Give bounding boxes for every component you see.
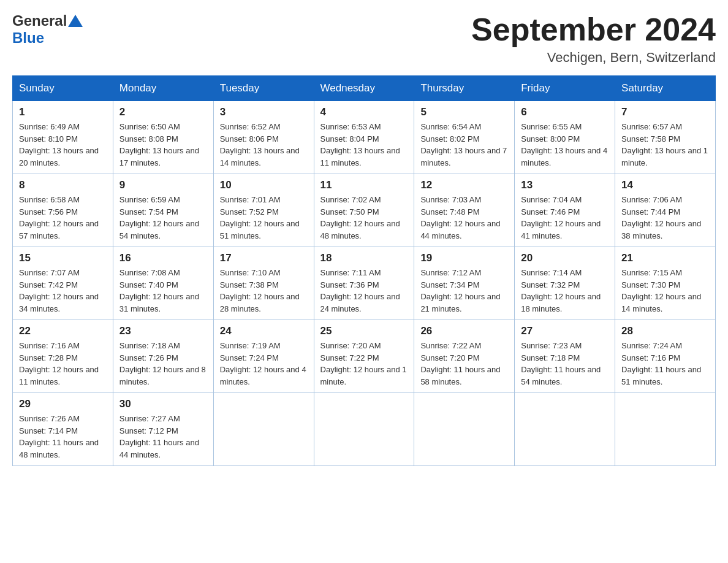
day-info: Sunrise: 7:22 AMSunset: 7:20 PMDaylight:… (420, 341, 500, 386)
day-info: Sunrise: 7:10 AMSunset: 7:38 PMDaylight:… (220, 268, 300, 313)
week-row-5: 29 Sunrise: 7:26 AMSunset: 7:14 PMDaylig… (13, 393, 716, 466)
day-cell: 4 Sunrise: 6:53 AMSunset: 8:04 PMDayligh… (314, 101, 414, 174)
day-cell: 20 Sunrise: 7:14 AMSunset: 7:32 PMDaylig… (515, 247, 615, 320)
day-number: 26 (420, 325, 508, 337)
day-number: 25 (320, 325, 408, 337)
day-info: Sunrise: 7:03 AMSunset: 7:48 PMDaylight:… (420, 195, 500, 240)
day-number: 6 (521, 106, 609, 118)
day-info: Sunrise: 6:55 AMSunset: 8:00 PMDaylight:… (521, 122, 607, 167)
day-cell (213, 393, 314, 466)
day-cell: 29 Sunrise: 7:26 AMSunset: 7:14 PMDaylig… (13, 393, 113, 466)
day-cell: 11 Sunrise: 7:02 AMSunset: 7:50 PMDaylig… (314, 174, 414, 247)
week-row-3: 15 Sunrise: 7:07 AMSunset: 7:42 PMDaylig… (13, 247, 716, 320)
day-number: 3 (220, 106, 308, 118)
day-cell: 28 Sunrise: 7:24 AMSunset: 7:16 PMDaylig… (615, 320, 716, 393)
logo: General Blue (12, 12, 84, 47)
day-info: Sunrise: 7:23 AMSunset: 7:18 PMDaylight:… (521, 341, 601, 386)
day-cell: 13 Sunrise: 7:04 AMSunset: 7:46 PMDaylig… (515, 174, 615, 247)
day-info: Sunrise: 6:54 AMSunset: 8:02 PMDaylight:… (420, 122, 507, 167)
day-cell: 3 Sunrise: 6:52 AMSunset: 8:06 PMDayligh… (213, 101, 314, 174)
day-cell: 8 Sunrise: 6:58 AMSunset: 7:56 PMDayligh… (13, 174, 113, 247)
calendar-table: Sunday Monday Tuesday Wednesday Thursday… (12, 75, 716, 466)
day-number: 22 (19, 325, 107, 337)
day-number: 14 (621, 179, 709, 191)
day-number: 16 (119, 252, 207, 264)
day-number: 9 (119, 179, 207, 191)
day-cell: 5 Sunrise: 6:54 AMSunset: 8:02 PMDayligh… (414, 101, 515, 174)
day-info: Sunrise: 7:04 AMSunset: 7:46 PMDaylight:… (521, 195, 601, 240)
day-cell: 18 Sunrise: 7:11 AMSunset: 7:36 PMDaylig… (314, 247, 414, 320)
day-header-row: Sunday Monday Tuesday Wednesday Thursday… (13, 76, 716, 101)
day-cell: 25 Sunrise: 7:20 AMSunset: 7:22 PMDaylig… (314, 320, 414, 393)
day-cell: 17 Sunrise: 7:10 AMSunset: 7:38 PMDaylig… (213, 247, 314, 320)
day-info: Sunrise: 6:59 AMSunset: 7:54 PMDaylight:… (119, 195, 199, 240)
day-cell: 21 Sunrise: 7:15 AMSunset: 7:30 PMDaylig… (615, 247, 716, 320)
day-cell: 10 Sunrise: 7:01 AMSunset: 7:52 PMDaylig… (213, 174, 314, 247)
day-info: Sunrise: 7:11 AMSunset: 7:36 PMDaylight:… (320, 268, 400, 313)
week-row-4: 22 Sunrise: 7:16 AMSunset: 7:28 PMDaylig… (13, 320, 716, 393)
day-cell: 12 Sunrise: 7:03 AMSunset: 7:48 PMDaylig… (414, 174, 515, 247)
day-info: Sunrise: 7:07 AMSunset: 7:42 PMDaylight:… (19, 268, 99, 313)
day-number: 20 (521, 252, 609, 264)
day-info: Sunrise: 6:52 AMSunset: 8:06 PMDaylight:… (220, 122, 300, 167)
day-number: 12 (420, 179, 508, 191)
day-info: Sunrise: 6:50 AMSunset: 8:08 PMDaylight:… (119, 122, 199, 167)
day-number: 28 (621, 325, 709, 337)
day-info: Sunrise: 7:26 AMSunset: 7:14 PMDaylight:… (19, 414, 99, 459)
day-number: 29 (19, 398, 107, 410)
day-info: Sunrise: 6:53 AMSunset: 8:04 PMDaylight:… (320, 122, 400, 167)
day-info: Sunrise: 6:58 AMSunset: 7:56 PMDaylight:… (19, 195, 99, 240)
logo-blue-text: Blue (12, 29, 44, 46)
day-number: 19 (420, 252, 508, 264)
page-header: General Blue September 2024 Vechigen, Be… (12, 12, 716, 66)
day-info: Sunrise: 7:02 AMSunset: 7:50 PMDaylight:… (320, 195, 400, 240)
day-cell: 19 Sunrise: 7:12 AMSunset: 7:34 PMDaylig… (414, 247, 515, 320)
day-number: 18 (320, 252, 408, 264)
day-info: Sunrise: 7:27 AMSunset: 7:12 PMDaylight:… (119, 414, 199, 459)
day-number: 8 (19, 179, 107, 191)
col-monday: Monday (113, 76, 213, 101)
day-cell: 7 Sunrise: 6:57 AMSunset: 7:58 PMDayligh… (615, 101, 716, 174)
day-number: 5 (420, 106, 508, 118)
day-cell (515, 393, 615, 466)
day-number: 15 (19, 252, 107, 264)
day-info: Sunrise: 7:12 AMSunset: 7:34 PMDaylight:… (420, 268, 500, 313)
logo-triangle-icon (68, 15, 83, 27)
col-tuesday: Tuesday (213, 76, 314, 101)
day-info: Sunrise: 6:49 AMSunset: 8:10 PMDaylight:… (19, 122, 99, 167)
day-number: 7 (621, 106, 709, 118)
day-cell: 23 Sunrise: 7:18 AMSunset: 7:26 PMDaylig… (113, 320, 213, 393)
day-info: Sunrise: 7:18 AMSunset: 7:26 PMDaylight:… (119, 341, 206, 386)
day-info: Sunrise: 7:08 AMSunset: 7:40 PMDaylight:… (119, 268, 199, 313)
day-number: 10 (220, 179, 308, 191)
day-info: Sunrise: 7:19 AMSunset: 7:24 PMDaylight:… (220, 341, 306, 386)
day-number: 21 (621, 252, 709, 264)
day-number: 27 (521, 325, 609, 337)
day-info: Sunrise: 7:16 AMSunset: 7:28 PMDaylight:… (19, 341, 99, 386)
day-cell: 2 Sunrise: 6:50 AMSunset: 8:08 PMDayligh… (113, 101, 213, 174)
calendar-title: September 2024 (471, 12, 716, 47)
week-row-2: 8 Sunrise: 6:58 AMSunset: 7:56 PMDayligh… (13, 174, 716, 247)
day-cell: 30 Sunrise: 7:27 AMSunset: 7:12 PMDaylig… (113, 393, 213, 466)
day-number: 23 (119, 325, 207, 337)
day-cell: 16 Sunrise: 7:08 AMSunset: 7:40 PMDaylig… (113, 247, 213, 320)
day-cell: 14 Sunrise: 7:06 AMSunset: 7:44 PMDaylig… (615, 174, 716, 247)
col-saturday: Saturday (615, 76, 716, 101)
day-cell: 9 Sunrise: 6:59 AMSunset: 7:54 PMDayligh… (113, 174, 213, 247)
day-number: 4 (320, 106, 408, 118)
day-cell: 15 Sunrise: 7:07 AMSunset: 7:42 PMDaylig… (13, 247, 113, 320)
day-number: 24 (220, 325, 308, 337)
day-cell: 6 Sunrise: 6:55 AMSunset: 8:00 PMDayligh… (515, 101, 615, 174)
day-cell: 26 Sunrise: 7:22 AMSunset: 7:20 PMDaylig… (414, 320, 515, 393)
day-number: 13 (521, 179, 609, 191)
day-cell: 27 Sunrise: 7:23 AMSunset: 7:18 PMDaylig… (515, 320, 615, 393)
logo-general-text: General (12, 12, 67, 29)
day-info: Sunrise: 7:01 AMSunset: 7:52 PMDaylight:… (220, 195, 300, 240)
day-info: Sunrise: 7:20 AMSunset: 7:22 PMDaylight:… (320, 341, 407, 386)
day-number: 17 (220, 252, 308, 264)
day-number: 2 (119, 106, 207, 118)
col-wednesday: Wednesday (314, 76, 414, 101)
calendar-location: Vechigen, Bern, Switzerland (471, 50, 716, 66)
day-info: Sunrise: 7:15 AMSunset: 7:30 PMDaylight:… (621, 268, 701, 313)
day-number: 11 (320, 179, 408, 191)
